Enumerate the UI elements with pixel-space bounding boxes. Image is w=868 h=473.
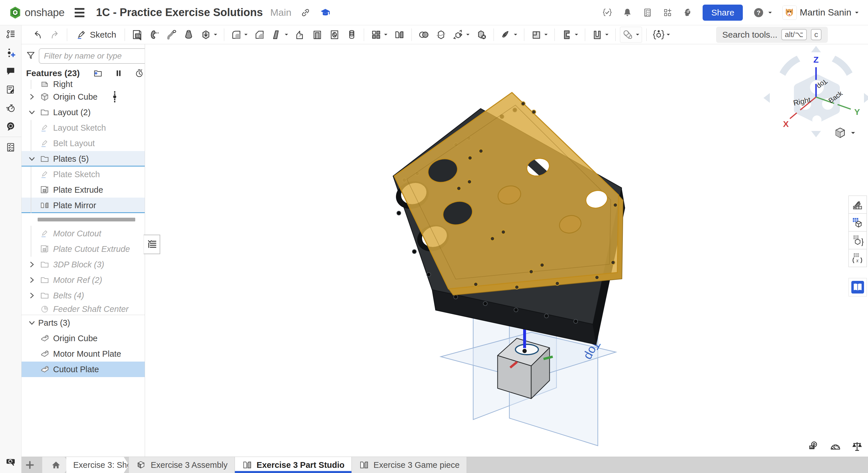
filter-input[interactable] <box>39 48 145 64</box>
help-menu[interactable]: ? <box>752 7 773 19</box>
extrude-tool-button[interactable] <box>129 27 145 43</box>
ai-assistant-icon[interactable] <box>683 7 693 18</box>
custom-table-icon[interactable] <box>848 213 867 232</box>
part-row[interactable]: Cutout Plate <box>22 361 145 377</box>
feature-row[interactable]: Origin Cube <box>22 89 145 105</box>
part-row[interactable]: Origin Cube <box>22 330 145 346</box>
mirror-tool-button[interactable] <box>392 27 407 43</box>
feature-row[interactable]: Motor Cutout <box>22 226 145 241</box>
feature-row[interactable]: Layout Sketch <box>22 120 145 136</box>
chevron-right-icon[interactable] <box>26 93 38 100</box>
rollback-bar[interactable] <box>38 218 135 221</box>
user-menu[interactable]: Martin Sanin <box>782 5 859 20</box>
feature-row[interactable]: Layout (2) <box>22 105 145 120</box>
chevron-right-icon[interactable] <box>26 261 38 268</box>
filter-icon[interactable] <box>26 50 36 62</box>
feature-row[interactable]: Belts (4) <box>22 288 145 303</box>
shell-tool-button[interactable] <box>310 27 325 43</box>
pause-icon[interactable] <box>114 69 123 78</box>
feature-row[interactable]: Plates (5) <box>22 151 145 167</box>
hole-tool-button[interactable] <box>327 27 342 43</box>
pattern-tool-button[interactable] <box>368 27 390 43</box>
feature-row[interactable]: Feeder Shaft Center <box>22 303 145 315</box>
learning-center-icon[interactable] <box>319 7 331 19</box>
feature-row[interactable]: Motor Ref (2) <box>22 272 145 288</box>
chevron-down-icon[interactable] <box>26 109 38 116</box>
comments-icon[interactable] <box>0 62 21 81</box>
feature-row[interactable]: Plate Mirror <box>22 198 145 213</box>
view-cube[interactable]: Z X Y Top Right Back <box>762 45 868 140</box>
revolve-tool-button[interactable] <box>147 27 162 43</box>
chevron-right-icon[interactable] <box>26 292 38 299</box>
fscube-tool-button[interactable] <box>651 27 673 43</box>
chevron-down-icon[interactable] <box>26 155 38 162</box>
home-tab-button[interactable] <box>42 457 70 473</box>
document-tab[interactable]: Exercise 3 Game piece <box>352 457 467 473</box>
feature-row[interactable]: 3DP Block (3) <box>22 257 145 272</box>
performance-icon[interactable] <box>0 99 21 117</box>
chevron-right-icon[interactable] <box>26 276 38 284</box>
tab-search-icon[interactable] <box>0 453 21 471</box>
new-folder-icon[interactable] <box>93 68 103 78</box>
notifications-bell-icon[interactable] <box>622 7 632 18</box>
document-tab[interactable]: Exercise 3 Part Studio <box>235 457 352 473</box>
document-tab[interactable]: Exercise 3: Sho <box>66 457 129 473</box>
rib-tool-button[interactable] <box>292 27 308 43</box>
release-notes-icon[interactable] <box>0 81 21 99</box>
view-options-button[interactable] <box>834 126 856 140</box>
flange-tool-button[interactable] <box>589 27 611 43</box>
loft-tool-button[interactable] <box>181 27 196 43</box>
undo-tool-button[interactable] <box>30 27 45 43</box>
app-store-grid-icon[interactable] <box>662 7 673 18</box>
todo-checklist-icon[interactable] <box>0 138 21 156</box>
configuration-table-icon[interactable] <box>848 231 867 249</box>
fillet-tool-button[interactable] <box>228 27 250 43</box>
thicken-tool-button[interactable] <box>198 27 220 43</box>
split-tool-button[interactable] <box>433 27 449 43</box>
feature-drag-handle-icon[interactable] <box>113 90 117 103</box>
protractor-icon[interactable] <box>828 439 842 453</box>
3d-viewport[interactable]: Front Right Top <box>145 44 868 456</box>
sketch-button[interactable]: Sketch <box>71 27 120 43</box>
variable-table-icon[interactable]: x <box>848 249 867 267</box>
share-button[interactable]: Share <box>703 5 743 21</box>
onshape-feedback-icon[interactable] <box>0 117 21 136</box>
featurescript-check-icon[interactable] <box>602 7 613 18</box>
feature-row[interactable]: Belt Layout <box>22 136 145 151</box>
redo-tool-button[interactable] <box>47 27 63 43</box>
learning-book-icon[interactable] <box>848 278 867 296</box>
feature-row[interactable]: Right <box>22 80 145 89</box>
copy-link-icon[interactable] <box>300 7 311 18</box>
tasks-checklist-icon[interactable] <box>642 7 653 18</box>
workspace-name[interactable]: Main <box>270 7 291 18</box>
create-version-icon[interactable] <box>0 43 21 62</box>
feature-row[interactable]: Plate Sketch <box>22 167 145 182</box>
onshape-logo-icon[interactable] <box>9 6 22 19</box>
linpattern-tool-button[interactable] <box>344 27 360 43</box>
mass-properties-icon[interactable] <box>850 439 864 453</box>
chamfer-tool-button[interactable] <box>252 27 267 43</box>
transform-tool-button[interactable] <box>451 27 472 43</box>
boolean-tool-button[interactable] <box>416 27 432 43</box>
panel-collapse-button[interactable] <box>144 235 160 254</box>
search-tools[interactable]: Search tools... alt/⌥ c <box>716 27 828 43</box>
chevron-down-icon[interactable] <box>26 319 38 326</box>
planetool-tool-button[interactable] <box>529 27 550 43</box>
parts-header[interactable]: Parts (3) <box>22 315 145 330</box>
deletepart-tool-button[interactable] <box>474 27 489 43</box>
sweep-tool-button[interactable] <box>164 27 179 43</box>
feature-row[interactable]: Plate Cutout Extrude <box>22 241 145 257</box>
measure-tape-icon[interactable] <box>807 439 820 453</box>
document-tab[interactable]: Exercise 3 Assembly <box>129 457 235 473</box>
document-menu-icon[interactable] <box>75 8 85 17</box>
versions-history-icon[interactable] <box>0 25 21 43</box>
sheetmetal-tool-button[interactable] <box>559 27 581 43</box>
new-tab-button[interactable] <box>22 457 38 473</box>
history-clock-icon[interactable] <box>134 68 144 78</box>
draft-tool-button[interactable] <box>269 27 290 43</box>
part-row[interactable]: Motor Mount Plate <box>22 346 145 361</box>
belt-tool-button[interactable] <box>620 27 642 43</box>
feature-row[interactable]: Plate Extrude <box>22 182 145 198</box>
surface-tool-button[interactable] <box>498 27 520 43</box>
appearance-swatches-icon[interactable] <box>848 196 867 214</box>
